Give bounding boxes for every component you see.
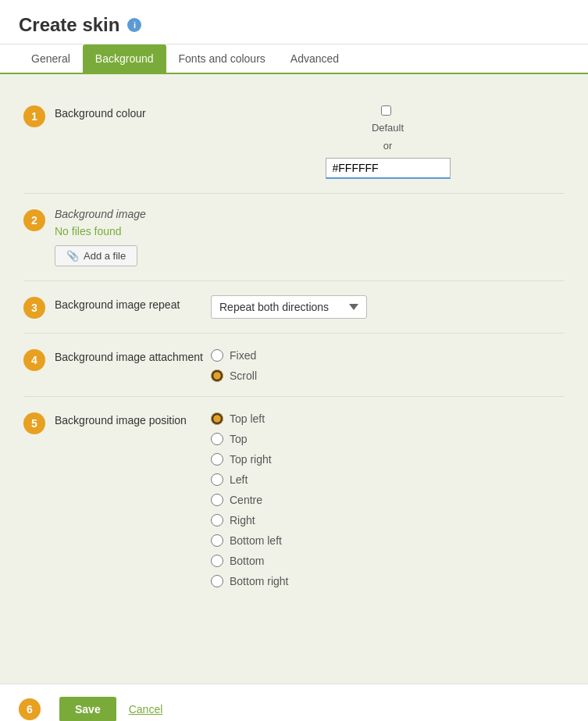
page-title: Create skin [19, 14, 119, 36]
position-top-right-radio[interactable] [211, 453, 223, 466]
tab-background[interactable]: Background [83, 45, 166, 73]
position-left-radio[interactable] [211, 473, 223, 486]
position-top-label: Top [230, 433, 248, 445]
footer: 6 Save Cancel [0, 684, 588, 721]
position-bottom-left-row[interactable]: Bottom left [211, 534, 282, 547]
section-bg-repeat: 3 Background image repeat Repeat both di… [23, 281, 565, 334]
position-bottom-label: Bottom [230, 555, 264, 567]
position-bottom-row[interactable]: Bottom [211, 555, 264, 567]
tab-advanced[interactable]: Advanced [278, 45, 351, 73]
position-top-right-label: Top right [230, 453, 272, 466]
position-centre-row[interactable]: Centre [211, 494, 262, 506]
position-bottom-right-radio[interactable] [211, 575, 223, 587]
bg-position-control: Top left Top Top right Left Centre Right [211, 411, 565, 587]
position-bottom-left-label: Bottom left [230, 534, 282, 547]
position-top-radio[interactable] [211, 433, 223, 445]
position-right-radio[interactable] [211, 514, 223, 526]
attachment-fixed-label: Fixed [230, 349, 256, 362]
bg-attachment-control: Fixed Scroll [211, 348, 565, 382]
step-badge-4: 4 [23, 349, 45, 371]
position-centre-radio[interactable] [211, 494, 223, 506]
position-top-left-label: Top left [230, 412, 265, 425]
position-centre-label: Centre [230, 494, 262, 506]
position-right-label: Right [230, 514, 255, 526]
bg-image-label: Background image [55, 208, 146, 220]
position-bottom-left-radio[interactable] [211, 534, 223, 547]
bg-repeat-label: Background image repeat [55, 295, 211, 311]
default-checkbox[interactable] [381, 105, 391, 116]
position-left-label: Left [230, 473, 248, 486]
bg-image-control: Background image No files found 📎 Add a … [55, 208, 565, 266]
section-bg-attachment: 4 Background image attachment Fixed Scro… [23, 334, 565, 397]
paperclip-icon: 📎 [66, 250, 79, 262]
position-bottom-right-row[interactable]: Bottom right [211, 575, 288, 587]
page-header: Create skin i [0, 0, 588, 45]
default-label: Default [372, 122, 404, 134]
footer-badge: 6 [19, 698, 41, 720]
colour-input[interactable]: #FFFFFF [326, 158, 451, 179]
section-bg-image: 2 Background image No files found 📎 Add … [23, 194, 565, 281]
section-bg-colour: 1 Background colour Default or #FFFFFF [23, 90, 565, 194]
add-file-label: Add a file [84, 250, 126, 262]
position-top-right-row[interactable]: Top right [211, 453, 272, 466]
step-badge-1: 1 [23, 105, 45, 127]
attachment-fixed-row[interactable]: Fixed [211, 349, 256, 362]
info-icon[interactable]: i [127, 18, 141, 32]
cancel-button[interactable]: Cancel [129, 703, 163, 716]
bg-attachment-label: Background image attachment [55, 348, 211, 363]
attachment-fixed-radio[interactable] [211, 349, 223, 362]
content-area: 1 Background colour Default or #FFFFFF 2… [0, 74, 588, 684]
bg-colour-label: Background colour [55, 104, 211, 120]
attachment-scroll-label: Scroll [230, 369, 257, 382]
repeat-select[interactable]: Repeat both directions Repeat horizontal… [211, 295, 367, 319]
tabs-bar: General Background Fonts and colours Adv… [0, 45, 588, 74]
position-bottom-radio[interactable] [211, 555, 223, 567]
or-text: or [383, 140, 393, 152]
position-left-row[interactable]: Left [211, 473, 248, 486]
step-badge-3: 3 [23, 297, 45, 319]
tab-general[interactable]: General [19, 45, 83, 73]
position-bottom-right-label: Bottom right [230, 575, 288, 587]
save-button[interactable]: Save [59, 697, 116, 721]
position-top-row[interactable]: Top [211, 433, 248, 445]
bg-position-label: Background image position [55, 411, 211, 427]
bg-colour-control: Default or #FFFFFF [211, 104, 565, 179]
attachment-scroll-radio[interactable] [211, 369, 223, 382]
position-top-left-row[interactable]: Top left [211, 412, 265, 425]
add-file-button[interactable]: 📎 Add a file [55, 245, 137, 266]
position-right-row[interactable]: Right [211, 514, 255, 526]
step-badge-5: 5 [23, 412, 45, 434]
step-badge-2: 2 [23, 209, 45, 231]
section-bg-position: 5 Background image position Top left Top… [23, 397, 565, 601]
position-top-left-radio[interactable] [211, 412, 223, 425]
bg-repeat-control: Repeat both directions Repeat horizontal… [211, 295, 565, 319]
tab-fonts-colours[interactable]: Fonts and colours [166, 45, 278, 73]
attachment-scroll-row[interactable]: Scroll [211, 369, 257, 382]
no-files-text: No files found [55, 225, 122, 237]
